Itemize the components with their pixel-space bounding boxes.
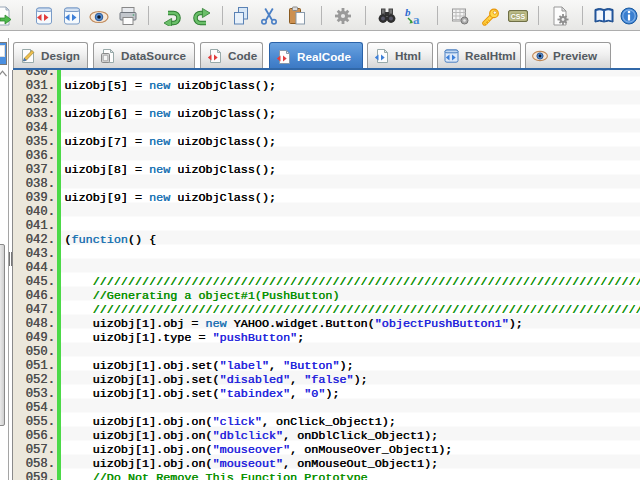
svg-text:a: a	[413, 12, 420, 26]
svg-text:b: b	[405, 6, 411, 18]
svg-text:CSS: CSS	[511, 13, 526, 20]
